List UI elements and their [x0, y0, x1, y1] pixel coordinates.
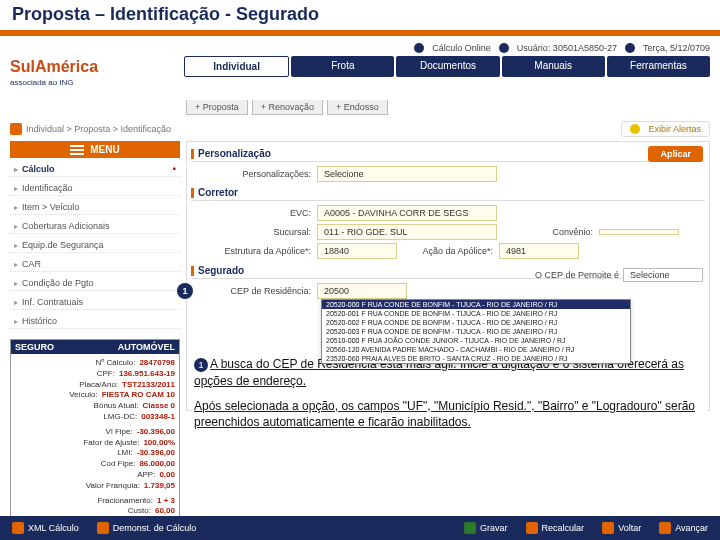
breadcrumb-icon [10, 123, 22, 135]
subtab-renovacao[interactable]: + Renovação [252, 100, 323, 115]
subtab-proposta[interactable]: + Proposta [186, 100, 248, 115]
seguro-title-left: SEGURO [15, 342, 54, 352]
user-label: Usuário: 30501A5850-27 [517, 43, 617, 53]
evc-label: EVC: [191, 208, 311, 218]
footer-recalcular-button[interactable]: Recalcular [526, 522, 585, 534]
seguro-summary-box: SEGURO AUTOMÓVEL Nº Cálculo:28470798CPF:… [10, 339, 180, 540]
alert-label: Exibir Alertas [648, 124, 701, 134]
logo-text: SulAmérica [10, 58, 180, 76]
sidebar-item-car[interactable]: ▸CAR [10, 257, 180, 272]
date-label: Terça, 5/12/0709 [643, 43, 710, 53]
section-corretor: Corretor [191, 185, 705, 201]
user-icon [499, 43, 509, 53]
sidebar-item-pgto[interactable]: ▸Condição de Pgto [10, 276, 180, 291]
seguro-title-right: AUTOMÓVEL [118, 342, 175, 352]
personalizacoes-select[interactable]: Selecione [317, 166, 497, 182]
hamburger-icon [70, 145, 84, 155]
sidebar-menu-header: MENU [10, 141, 180, 158]
calc-icon [97, 522, 109, 534]
tab-frota[interactable]: Frota [291, 56, 394, 77]
footer-bar: XML Cálculo Demonst. de Cálculo Gravar R… [0, 516, 720, 540]
alert-icon [630, 124, 640, 134]
menu-title: MENU [90, 144, 119, 155]
xml-icon [12, 522, 24, 534]
sidebar-item-veiculo[interactable]: ▸Item > Veículo [10, 200, 180, 215]
sidebar-item-historico[interactable]: ▸Histórico [10, 314, 180, 329]
sucursal-label: Sucursal: [191, 227, 311, 237]
pernoite-label: O CEP de Pernoite é [535, 270, 619, 280]
back-icon [602, 522, 614, 534]
cep-label: CEP de Residência: [191, 286, 311, 296]
footer-xml-button[interactable]: XML Cálculo [12, 522, 79, 534]
footer-avancar-button[interactable]: Avançar [659, 522, 708, 534]
acao-label: Ação da Apólice*: [403, 246, 493, 256]
cep-input[interactable]: 20500 [317, 283, 407, 299]
subtab-endosso[interactable]: + Endosso [327, 100, 388, 115]
date-icon [625, 43, 635, 53]
acao-field[interactable]: 4981 [499, 243, 579, 259]
tab-manuais[interactable]: Manuais [502, 56, 605, 77]
forward-icon [659, 522, 671, 534]
cep-option[interactable]: 20510-000 F RUA JOÃO CONDE JUNIOR - TIJU… [322, 336, 630, 345]
slide-title-bar: Proposta – Identificação - Segurado [0, 0, 720, 30]
convenio-field[interactable] [599, 229, 679, 235]
explainer-badge: 1 [194, 358, 208, 372]
cep-option[interactable]: 20520-002 F RUA CONDE DE BONFIM - TIJUCA… [322, 318, 630, 327]
brand-logo: SulAmérica associada ao ING [10, 56, 180, 87]
sidebar-item-equip[interactable]: ▸Equip.de Segurança [10, 238, 180, 253]
sub-tabs: + Proposta + Renovação + Endosso [186, 100, 710, 115]
cep-option[interactable]: 20520-001 F RUA CONDE DE BONFIM - TIJUCA… [322, 309, 630, 318]
pernoite-select[interactable]: Selecione [623, 268, 703, 282]
save-icon [464, 522, 476, 534]
sidebar-item-calculo[interactable]: ▸Cálculo• [10, 162, 180, 177]
cep-option[interactable]: 20520-003 F RUA CONDE DE BONFIM - TIJUCA… [322, 327, 630, 336]
footer-demonst-button[interactable]: Demonst. de Cálculo [97, 522, 197, 534]
personalizacoes-label: Personalizações: [191, 169, 311, 179]
tab-ferramentas[interactable]: Ferramentas [607, 56, 710, 77]
show-alerts-button[interactable]: Exibir Alertas [621, 121, 710, 137]
section-personalizacao: Personalização [191, 146, 705, 162]
explanation-overlay: 1A busca do CEP de Residência está mais … [192, 352, 707, 437]
estrutura-label: Estrutura da Apólice*: [191, 246, 311, 256]
calc-online-icon [414, 43, 424, 53]
estrutura-field[interactable]: 18840 [317, 243, 397, 259]
top-info-strip: Cálculo Online Usuário: 30501A5850-27 Te… [10, 40, 710, 56]
logo-subtext: associada ao ING [10, 78, 180, 87]
breadcrumb: Individual > Proposta > Identificação [26, 124, 171, 134]
cep-option[interactable]: 23520-060 PRAIA ALVES DE BRITO - SANTA C… [322, 354, 630, 363]
callout-badge-1: 1 [177, 283, 193, 299]
sidebar-item-coberturas[interactable]: ▸Coberturas Adicionais [10, 219, 180, 234]
cep-option[interactable]: 20560-120 AVENIDA PADRE MACHADO - CACHAM… [322, 345, 630, 354]
sidebar-item-identificacao[interactable]: ▸Identificação [10, 181, 180, 196]
evc-field[interactable]: A0005 - DAVINHA CORR DE SEGS [317, 205, 497, 221]
sidebar-item-contratuais[interactable]: ▸Inf. Contratuais [10, 295, 180, 310]
page-title: Proposta – Identificação - Segurado [12, 4, 319, 24]
apply-button[interactable]: Aplicar [648, 146, 703, 162]
sucursal-field[interactable]: 011 - RIO GDE. SUL [317, 224, 497, 240]
convenio-label: Convênio: [503, 227, 593, 237]
cep-option[interactable]: 20520-000 F RUA CONDE DE BONFIM - TIJUCA… [322, 300, 630, 309]
cep-autocomplete-dropdown[interactable]: 20520-000 F RUA CONDE DE BONFIM - TIJUCA… [321, 299, 631, 364]
recalc-icon [526, 522, 538, 534]
tab-individual[interactable]: Individual [184, 56, 289, 77]
primary-tabs: Individual Frota Documentos Manuais Ferr… [184, 56, 710, 77]
tab-documentos[interactable]: Documentos [396, 56, 499, 77]
explainer-p2: Após selecionada a opção, os campos "UF"… [194, 398, 703, 432]
calc-online-label: Cálculo Online [432, 43, 491, 53]
footer-gravar-button[interactable]: Gravar [464, 522, 508, 534]
footer-voltar-button[interactable]: Voltar [602, 522, 641, 534]
